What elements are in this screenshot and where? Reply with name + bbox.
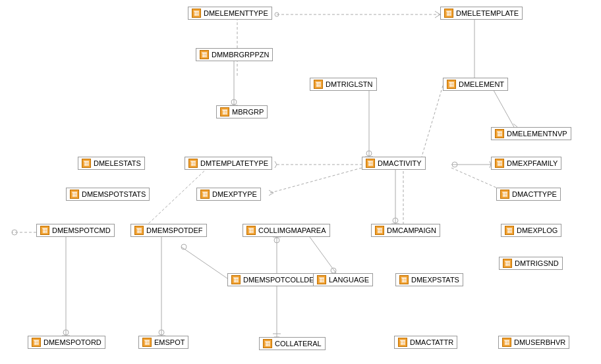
table-label-dmtriglstn: DMTRIGLSTN: [326, 80, 373, 88]
table-icon-mbrgrp: [220, 107, 229, 117]
table-icon-dmexplog: [505, 226, 514, 235]
table-icon-dmelementtype: [192, 9, 201, 18]
table-label-dmacttype: DMACTTYPE: [512, 190, 557, 198]
table-label-dmelestats: DMELESTATS: [94, 159, 141, 167]
table-icon-dmuserbhvr: [502, 338, 511, 347]
table-icon-collimgmaparea: [246, 226, 256, 235]
table-dmactattr[interactable]: DMACTATTR: [394, 336, 457, 349]
table-label-dmactattr: DMACTATTR: [410, 338, 453, 346]
table-emspot[interactable]: EMSPOT: [138, 336, 188, 349]
table-icon-dmtriglstn: [314, 80, 323, 89]
table-icon-dmemspotcolldef: [231, 275, 241, 284]
svg-line-36: [269, 193, 273, 195]
svg-point-7: [275, 13, 279, 16]
connection-lines: [0, 0, 601, 364]
table-icon-dmemspotdef: [134, 226, 144, 235]
table-icon-dmactivity: [366, 159, 375, 168]
table-label-dmexplog: DMEXPLOG: [517, 226, 558, 234]
table-dmactivity[interactable]: DMACTIVITY: [362, 157, 426, 170]
table-label-dmemspotcmd: DMEMSPOTCMD: [52, 226, 111, 234]
table-language[interactable]: LANGUAGE: [313, 273, 373, 286]
table-dmtriglstn[interactable]: DMTRIGLSTN: [310, 78, 377, 91]
table-dmexplog[interactable]: DMEXPLOG: [501, 224, 561, 237]
table-label-dmexptype: DMEXPTYPE: [212, 190, 257, 198]
table-dmemspotdef[interactable]: DMEMSPOTDEF: [130, 224, 207, 237]
table-dmemspotcolldef[interactable]: DMEMSPOTCOLLDEF: [227, 273, 322, 286]
table-dmexpfamily[interactable]: DMEXPFAMILY: [491, 157, 561, 170]
svg-point-43: [159, 330, 164, 335]
table-collateral[interactable]: COLLATERAL: [259, 337, 326, 350]
table-icon-dmmbrgrppzn: [200, 50, 209, 59]
table-icon-dmemspotstats: [70, 190, 79, 199]
table-icon-dmemspotord: [32, 338, 41, 347]
table-label-collimgmaparea: COLLIMGMAPAREA: [258, 226, 326, 234]
table-label-language: LANGUAGE: [329, 276, 369, 284]
table-label-dmemspotord: DMEMSPOTORD: [43, 338, 101, 346]
table-icon-emspot: [142, 338, 152, 347]
table-label-dmelementtype: DMELEMENTTYPE: [204, 9, 268, 17]
table-mbrgrp[interactable]: MBRGRP: [216, 105, 268, 118]
table-dmelement[interactable]: DMELEMENT: [443, 78, 508, 91]
svg-line-53: [310, 237, 336, 273]
table-icon-language: [317, 275, 326, 284]
table-label-mbrgrp: MBRGRP: [232, 108, 264, 116]
table-icon-dmexptype: [200, 190, 210, 199]
table-dmelestats[interactable]: DMELESTATS: [78, 157, 145, 170]
table-dmexptype[interactable]: DMEXPTYPE: [196, 188, 261, 201]
table-icon-dmcampaign: [375, 226, 384, 235]
table-label-dmmbrgrppzn: DMMBRGRPPZN: [212, 51, 269, 59]
table-dmmbrgrppzn[interactable]: DMMBRGRPPZN: [196, 48, 273, 61]
table-label-collateral: COLLATERAL: [275, 340, 322, 348]
table-dmemspotcmd[interactable]: DMEMSPOTCMD: [36, 224, 115, 237]
table-dmtrigsnd[interactable]: DMTRIGSND: [499, 257, 563, 270]
table-collimgmaparea[interactable]: COLLIMGMAPAREA: [243, 224, 330, 237]
svg-point-15: [366, 151, 372, 156]
table-label-dmcampaign: DMCAMPAIGN: [387, 226, 436, 234]
svg-line-34: [270, 168, 362, 193]
table-label-dmelementnvp: DMELEMENTNVP: [507, 130, 567, 138]
table-label-dmexpfamily: DMEXPFAMILY: [507, 159, 558, 167]
svg-line-51: [181, 247, 227, 278]
table-dmelementnvp[interactable]: DMELEMENTNVP: [491, 127, 571, 140]
svg-point-46: [274, 238, 279, 243]
table-label-dmelement: DMELEMENT: [459, 80, 504, 88]
diagram: DMELEMENTTYPEDMELETEMPLATEDMMBRGRPPZNDMT…: [0, 0, 601, 364]
table-label-dmemspotstats: DMEMSPOTSTATS: [82, 190, 146, 198]
table-label-dmuserbhvr: DMUSERBHVR: [514, 338, 565, 346]
svg-point-26: [452, 162, 457, 167]
table-label-emspot: EMSPOT: [154, 338, 185, 346]
svg-line-9: [435, 14, 440, 18]
table-dmeletemplate[interactable]: DMELETEMPLATE: [440, 7, 523, 20]
table-icon-dmexpfamily: [495, 159, 504, 168]
svg-line-35: [269, 190, 273, 193]
table-label-dmemspotdef: DMEMSPOTDEF: [146, 226, 203, 234]
table-dmacttype[interactable]: DMACTTYPE: [496, 188, 561, 201]
svg-point-54: [331, 268, 336, 273]
table-icon-dmelestats: [82, 159, 91, 168]
svg-line-24: [275, 165, 277, 168]
table-icon-dmtrigsnd: [503, 259, 512, 268]
table-icon-dmtemplatetype: [188, 159, 198, 168]
table-dmuserbhvr[interactable]: DMUSERBHVR: [498, 336, 569, 349]
svg-line-23: [275, 161, 277, 165]
svg-line-8: [435, 11, 440, 14]
table-dmexpstats[interactable]: DMEXPSTATS: [395, 273, 463, 286]
svg-line-18: [491, 86, 514, 127]
table-label-dmtrigsnd: DMTRIGSND: [515, 259, 559, 267]
table-icon-dmeletemplate: [444, 9, 453, 18]
table-dmemspotstats[interactable]: DMEMSPOTSTATS: [66, 188, 150, 201]
table-icon-dmelementnvp: [495, 129, 504, 138]
svg-point-52: [181, 244, 186, 249]
table-icon-dmactattr: [398, 338, 407, 347]
table-icon-dmacttype: [500, 190, 509, 199]
table-dmtemplatetype[interactable]: DMTEMPLATETYPE: [185, 157, 272, 170]
table-dmcampaign[interactable]: DMCAMPAIGN: [371, 224, 440, 237]
table-icon-dmemspotcmd: [40, 226, 49, 235]
table-label-dmtemplatetype: DMTEMPLATETYPE: [200, 159, 268, 167]
table-label-dmeletemplate: DMELETEMPLATE: [456, 9, 519, 17]
svg-point-30: [393, 218, 398, 223]
svg-line-17: [422, 86, 443, 157]
table-icon-dmexpstats: [399, 275, 409, 284]
table-dmemspotord[interactable]: DMEMSPOTORD: [28, 336, 105, 349]
table-dmelementtype[interactable]: DMELEMENTTYPE: [188, 7, 272, 20]
